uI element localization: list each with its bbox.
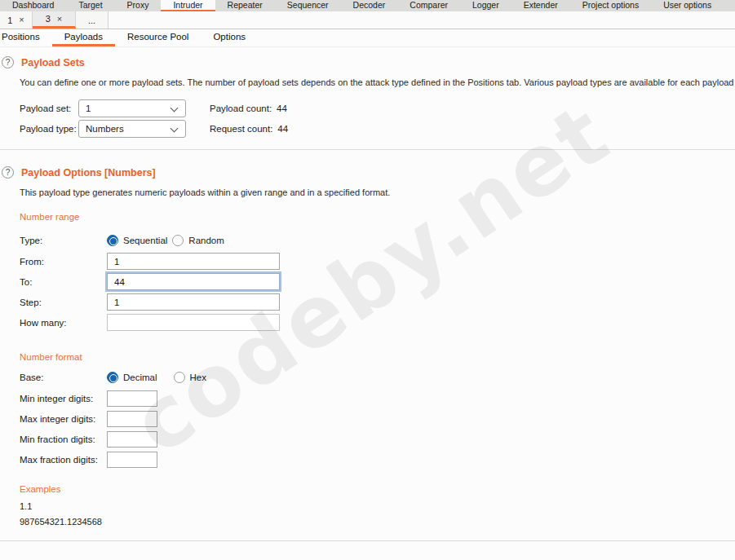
random-radio-group[interactable]: Random xyxy=(172,235,224,246)
chevron-down-icon xyxy=(170,104,179,112)
tab-extender[interactable]: Extender xyxy=(511,0,570,11)
chevron-down-icon xyxy=(170,124,179,132)
decimal-radio-group[interactable]: Decimal xyxy=(107,372,157,383)
tab-logger[interactable]: Logger xyxy=(460,0,511,11)
attack-tab-1-label: 1 xyxy=(7,15,12,25)
tab-repeater[interactable]: Repeater xyxy=(215,0,275,11)
sequential-radio[interactable] xyxy=(107,235,118,246)
decimal-radio-label: Decimal xyxy=(122,373,157,382)
random-radio-label: Random xyxy=(188,236,224,245)
number-format-heading: Number format xyxy=(20,352,735,362)
tab-options[interactable]: Options xyxy=(201,29,258,46)
decimal-radio[interactable] xyxy=(107,372,118,383)
tab-positions[interactable]: Positions xyxy=(0,29,52,46)
payload-options-description: This payload type generates numeric payl… xyxy=(20,187,735,197)
from-label: From: xyxy=(20,257,107,267)
min-fraction-digits-input[interactable] xyxy=(107,431,157,448)
examples-heading: Examples xyxy=(20,484,735,494)
close-icon[interactable]: × xyxy=(19,15,24,24)
to-label: To: xyxy=(20,277,107,287)
main-tab-bar: Dashboard Target Proxy Intruder Repeater… xyxy=(0,0,735,11)
tab-payloads[interactable]: Payloads xyxy=(52,29,115,46)
min-integer-digits-input[interactable] xyxy=(107,390,157,407)
sequential-radio-label: Sequential xyxy=(122,236,167,245)
payload-sets-section: ? Payload Sets You can define one or mor… xyxy=(0,56,735,139)
max-integer-digits-input[interactable] xyxy=(107,411,157,427)
type-label: Type: xyxy=(20,236,107,245)
example-value-2: 987654321.1234568 xyxy=(20,514,735,530)
tab-resource-pool[interactable]: Resource Pool xyxy=(115,29,201,46)
payload-count-label: Payload count: xyxy=(210,104,272,113)
attack-tab-3-label: 3 xyxy=(46,14,51,24)
min-integer-digits-label: Min integer digits: xyxy=(20,394,107,403)
section-divider xyxy=(0,149,735,150)
tab-target[interactable]: Target xyxy=(66,0,114,11)
how-many-label: How many: xyxy=(20,318,107,328)
random-radio[interactable] xyxy=(172,235,184,246)
max-fraction-digits-label: Max fraction digits: xyxy=(20,455,107,465)
from-input[interactable] xyxy=(107,253,280,270)
hex-radio[interactable] xyxy=(174,372,185,383)
step-input[interactable] xyxy=(107,293,280,311)
to-input[interactable] xyxy=(107,273,280,290)
payload-options-section: ? Payload Options [Numbers] This payload… xyxy=(0,166,735,530)
tab-project-options[interactable]: Project options xyxy=(570,0,651,11)
payload-type-value: Numbers xyxy=(86,124,124,134)
hex-radio-group[interactable]: Hex xyxy=(174,372,206,383)
payload-set-label: Payload set: xyxy=(20,104,78,113)
request-count-value: 44 xyxy=(277,124,288,134)
how-many-input[interactable] xyxy=(107,314,280,331)
step-label: Step: xyxy=(20,298,107,307)
hex-radio-label: Hex xyxy=(189,373,206,382)
payload-set-dropdown[interactable]: 1 xyxy=(78,99,186,117)
sequential-radio-group[interactable]: Sequential xyxy=(107,235,167,246)
payload-type-label: Payload type: xyxy=(20,124,78,134)
tab-sequencer[interactable]: Sequencer xyxy=(275,0,341,11)
attack-tab-more-label: ... xyxy=(88,15,95,25)
payload-sets-title: Payload Sets xyxy=(21,57,85,68)
payload-options-title: Payload Options [Numbers] xyxy=(21,167,156,179)
attack-tab-more[interactable]: ... xyxy=(76,11,108,29)
tab-user-options[interactable]: User options xyxy=(651,0,724,11)
tab-proxy[interactable]: Proxy xyxy=(115,0,162,11)
max-integer-digits-label: Max integer digits: xyxy=(20,414,107,424)
help-icon[interactable]: ? xyxy=(2,56,14,68)
bottom-divider xyxy=(0,540,735,541)
tab-intruder[interactable]: Intruder xyxy=(161,0,215,11)
attack-tab-bar: 1 × 3 × ... xyxy=(0,11,735,29)
intruder-sub-tab-bar: Positions Payloads Resource Pool Options xyxy=(0,29,735,47)
payload-sets-description: You can define one or more payload sets.… xyxy=(20,77,735,87)
tab-dashboard[interactable]: Dashboard xyxy=(0,0,66,11)
attack-tab-3[interactable]: 3 × xyxy=(33,11,76,29)
tab-decoder[interactable]: Decoder xyxy=(341,0,398,11)
close-icon[interactable]: × xyxy=(57,15,62,24)
payload-count-value: 44 xyxy=(277,104,287,113)
example-value-1: 1.1 xyxy=(20,499,735,514)
tab-comparer[interactable]: Comparer xyxy=(397,0,460,11)
payload-set-value: 1 xyxy=(86,104,91,113)
payload-type-dropdown[interactable]: Numbers xyxy=(78,120,186,138)
request-count-label: Request count: xyxy=(210,124,272,134)
number-range-heading: Number range xyxy=(20,212,735,222)
base-label: Base: xyxy=(20,373,107,382)
attack-tab-1[interactable]: 1 × xyxy=(0,11,33,29)
help-icon[interactable]: ? xyxy=(2,166,14,179)
max-fraction-digits-input[interactable] xyxy=(107,452,157,468)
min-fraction-digits-label: Min fraction digits: xyxy=(20,434,107,444)
